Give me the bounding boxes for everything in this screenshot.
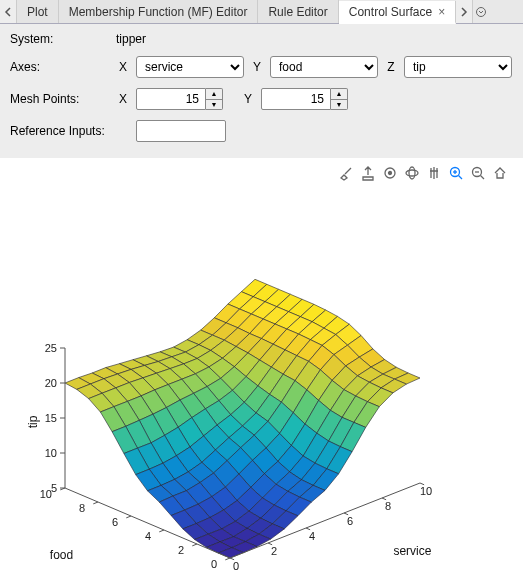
- spinner-up-icon[interactable]: ▲: [331, 89, 347, 100]
- svg-text:6: 6: [347, 515, 353, 527]
- svg-line-229: [126, 516, 131, 518]
- tab-plot[interactable]: Plot: [17, 0, 59, 23]
- mesh-y-spinner[interactable]: ▲ ▼: [261, 88, 348, 110]
- axis-z-letter: Z: [384, 60, 398, 74]
- brush-icon[interactable]: [337, 164, 355, 182]
- svg-point-0: [477, 7, 486, 16]
- tabs-scroll-left[interactable]: [0, 0, 17, 23]
- svg-text:service: service: [393, 544, 431, 558]
- svg-text:10: 10: [45, 447, 57, 459]
- zoom-in-icon[interactable]: [447, 164, 465, 182]
- surface-options-panel: System: tipper Axes: X service Y food Z …: [0, 24, 523, 158]
- mesh-y-letter: Y: [241, 92, 255, 106]
- svg-text:0: 0: [233, 560, 239, 572]
- svg-text:4: 4: [145, 530, 151, 542]
- mesh-x-letter: X: [116, 92, 130, 106]
- tab-label: Rule Editor: [268, 5, 327, 19]
- svg-line-231: [93, 502, 98, 504]
- axis-x-letter: X: [116, 60, 130, 74]
- svg-text:food: food: [50, 548, 73, 562]
- svg-text:25: 25: [45, 342, 57, 354]
- spinner-down-icon[interactable]: ▼: [331, 100, 347, 110]
- axis-x-select[interactable]: service: [136, 56, 244, 78]
- axes-label: Axes:: [10, 60, 110, 74]
- svg-point-4: [409, 167, 415, 179]
- mesh-row: Mesh Points: X ▲ ▼ Y ▲ ▼: [10, 88, 513, 110]
- mesh-y-input[interactable]: [261, 88, 331, 110]
- datatip-icon[interactable]: [381, 164, 399, 182]
- svg-line-223: [225, 558, 230, 560]
- svg-text:20: 20: [45, 377, 57, 389]
- svg-text:15: 15: [45, 412, 57, 424]
- close-icon[interactable]: ×: [438, 6, 445, 18]
- tab-rule-editor[interactable]: Rule Editor: [258, 0, 338, 23]
- system-label: System:: [10, 32, 110, 46]
- tab-mf-editor[interactable]: Membership Function (MF) Editor: [59, 0, 259, 23]
- system-name: tipper: [116, 32, 146, 46]
- svg-point-3: [406, 170, 418, 176]
- svg-text:8: 8: [79, 502, 85, 514]
- svg-line-6: [459, 176, 463, 180]
- axes-row: Axes: X service Y food Z tip: [10, 56, 513, 78]
- reference-row: Reference Inputs:: [10, 120, 513, 142]
- svg-text:tip: tip: [26, 415, 40, 428]
- svg-line-227: [159, 530, 164, 532]
- export-icon[interactable]: [359, 164, 377, 182]
- mesh-x-spinner[interactable]: ▲ ▼: [136, 88, 223, 110]
- axis-y-select[interactable]: food: [270, 56, 378, 78]
- spinner-up-icon[interactable]: ▲: [206, 89, 222, 100]
- tab-label: Control Surface: [349, 5, 432, 19]
- spinner-down-icon[interactable]: ▼: [206, 100, 222, 110]
- surface-axes[interactable]: 0246810service0246810food510152025tip: [0, 158, 523, 577]
- svg-text:6: 6: [112, 516, 118, 528]
- svg-text:5: 5: [51, 482, 57, 494]
- tabs-overflow-button[interactable]: [473, 0, 489, 23]
- svg-text:10: 10: [420, 485, 432, 497]
- svg-text:2: 2: [178, 544, 184, 556]
- svg-text:2: 2: [271, 545, 277, 557]
- axes-toolbar: [337, 164, 509, 182]
- surface-plot: 0246810service0246810food510152025tip: [0, 158, 523, 577]
- system-row: System: tipper: [10, 32, 513, 46]
- svg-text:4: 4: [309, 530, 315, 542]
- axis-z-select[interactable]: tip: [404, 56, 512, 78]
- tabs-scroll-right[interactable]: [456, 0, 473, 23]
- mesh-label: Mesh Points:: [10, 92, 110, 106]
- tab-control-surface[interactable]: Control Surface ×: [339, 1, 456, 24]
- reference-label: Reference Inputs:: [10, 124, 130, 138]
- svg-text:0: 0: [211, 558, 217, 570]
- tab-label: Plot: [27, 5, 48, 19]
- reference-input[interactable]: [136, 120, 226, 142]
- rotate3d-icon[interactable]: [403, 164, 421, 182]
- svg-line-10: [481, 176, 485, 180]
- svg-point-2: [389, 172, 392, 175]
- svg-line-225: [192, 544, 197, 546]
- home-icon[interactable]: [491, 164, 509, 182]
- mesh-x-input[interactable]: [136, 88, 206, 110]
- svg-text:8: 8: [385, 500, 391, 512]
- zoom-out-icon[interactable]: [469, 164, 487, 182]
- axis-y-letter: Y: [250, 60, 264, 74]
- pan-icon[interactable]: [425, 164, 443, 182]
- tab-strip: Plot Membership Function (MF) Editor Rul…: [0, 0, 523, 24]
- tab-label: Membership Function (MF) Editor: [69, 5, 248, 19]
